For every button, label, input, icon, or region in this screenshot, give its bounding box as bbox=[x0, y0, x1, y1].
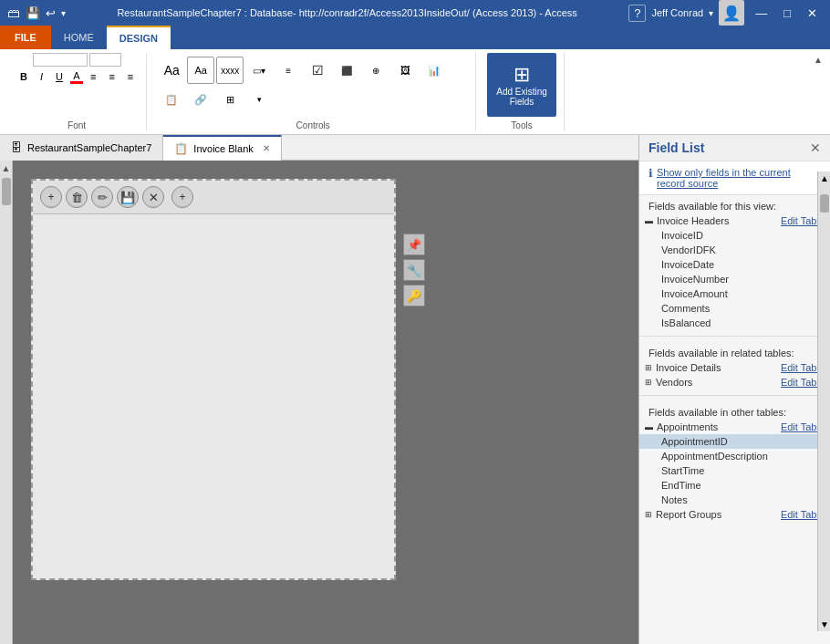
canvas-tool-1[interactable]: 📌 bbox=[403, 234, 425, 255]
align-left-button[interactable]: ≡ bbox=[85, 68, 101, 85]
image-control-btn[interactable]: 🖼 bbox=[391, 57, 419, 84]
tab-restaurant-sample[interactable]: 🗄 RestaurantSampleChapter7 bbox=[0, 135, 163, 161]
canvas-wrapper: ▲ ▼ + 🗑 ✏ 💾 ✕ + bbox=[0, 161, 638, 644]
controls-dropdown[interactable]: ▾ bbox=[245, 86, 273, 113]
title-bar-right: ? Jeff Conrad ▾ 👤 — □ ✕ bbox=[628, 0, 823, 26]
help-button[interactable]: ? bbox=[628, 5, 646, 22]
appointments-toggle: ▬ bbox=[645, 422, 653, 431]
field-invoiceid[interactable]: InvoiceID bbox=[639, 228, 830, 243]
textbox-control-btn[interactable]: Aa bbox=[187, 57, 214, 84]
xxxx-control-btn[interactable]: xxxx bbox=[216, 57, 244, 84]
close-button[interactable]: ✕ bbox=[802, 6, 823, 20]
right-scrollbar[interactable]: ▲ ▼ bbox=[817, 171, 830, 631]
align-center-button[interactable]: ≡ bbox=[103, 68, 119, 85]
list-control-btn[interactable]: ≡ bbox=[275, 57, 302, 84]
invoice-details-name: Invoice Details bbox=[656, 362, 777, 373]
invoice-headers-header[interactable]: ▬ Invoice Headers Edit Table bbox=[639, 213, 830, 228]
minimize-button[interactable]: — bbox=[750, 6, 773, 20]
ribbon-content: Calibri 11 B I U A ≡ ≡ ≡ Font bbox=[0, 49, 830, 134]
vendors-header[interactable]: ⊞ Vendors Edit Table bbox=[639, 375, 830, 390]
toggle-control-btn[interactable]: ⬛ bbox=[333, 57, 360, 84]
text-control-btn[interactable]: Aa bbox=[158, 57, 185, 84]
add-fields-label: Add Existing Fields bbox=[496, 87, 547, 107]
app-icon: 🗃 bbox=[7, 5, 20, 20]
combo-control-btn[interactable]: ▭▾ bbox=[245, 57, 273, 84]
report-groups-name: Report Groups bbox=[656, 509, 777, 520]
add-fields-icon: ⊞ bbox=[514, 63, 530, 87]
v-scroll-up[interactable]: ▲ bbox=[818, 171, 830, 185]
subform-control-btn[interactable]: 📋 bbox=[158, 86, 185, 113]
vendors-toggle: ⊞ bbox=[645, 378, 652, 387]
italic-button[interactable]: I bbox=[35, 68, 48, 85]
invoice-details-group: ⊞ Invoice Details Edit Table bbox=[639, 360, 830, 375]
align-right-button[interactable]: ≡ bbox=[122, 68, 139, 85]
report-groups-header[interactable]: ⊞ Report Groups Edit Table bbox=[639, 507, 830, 522]
hyperlink-control-btn[interactable]: 🔗 bbox=[187, 86, 214, 113]
chart-control-btn[interactable]: 📊 bbox=[420, 57, 448, 84]
field-notes[interactable]: Notes bbox=[639, 493, 830, 507]
field-list-link-icon: ℹ bbox=[648, 167, 653, 180]
section2-label: Fields available in related tables: bbox=[639, 342, 830, 360]
underline-button[interactable]: U bbox=[50, 68, 68, 85]
ribbon: FILE HOME DESIGN Calibri 11 B I U A bbox=[0, 26, 830, 135]
section3-label: Fields available in other tables: bbox=[639, 401, 830, 420]
quick-access-undo[interactable]: ↩ bbox=[46, 6, 56, 20]
appointments-name: Appointments bbox=[657, 421, 777, 432]
tab-invoice-blank-label: Invoice Blank bbox=[193, 143, 253, 154]
font-color-button[interactable]: A bbox=[70, 70, 83, 84]
field-list-link[interactable]: Show only fields in the current record s… bbox=[657, 167, 791, 189]
tab-db-icon: 🗄 bbox=[11, 141, 22, 154]
tab-form-icon: 📋 bbox=[174, 142, 188, 155]
field-invoiceamount[interactable]: InvoiceAmount bbox=[639, 286, 830, 301]
vendors-group: ⊞ Vendors Edit Table bbox=[639, 375, 830, 390]
tab-file[interactable]: FILE bbox=[0, 26, 51, 49]
add-existing-fields-button[interactable]: ⊞ Add Existing Fields bbox=[487, 53, 556, 117]
canvas-tool-2[interactable]: 🔧 bbox=[403, 259, 425, 281]
field-invoicenumber[interactable]: InvoiceNumber bbox=[639, 272, 830, 286]
v-scroll-down[interactable]: ▼ bbox=[818, 618, 830, 631]
more-controls-btn[interactable]: ⊞ bbox=[216, 86, 244, 113]
font-name-input[interactable]: Calibri bbox=[33, 53, 88, 67]
field-appointmentid[interactable]: AppointmentID bbox=[639, 434, 830, 449]
scroll-up-arrow[interactable]: ▲ bbox=[0, 161, 13, 176]
appointments-header[interactable]: ▬ Appointments Edit Table bbox=[639, 420, 830, 434]
user-avatar: 👤 bbox=[719, 0, 744, 26]
field-endtime[interactable]: EndTime bbox=[639, 478, 830, 493]
field-vendoridfk[interactable]: VendorIDFK bbox=[639, 243, 830, 257]
maximize-button[interactable]: □ bbox=[778, 6, 796, 20]
option-control-btn[interactable]: ⊕ bbox=[362, 57, 389, 84]
field-list-close-button[interactable]: ✕ bbox=[810, 140, 821, 155]
form-edit-button[interactable]: ✏ bbox=[91, 186, 113, 208]
field-comments[interactable]: Comments bbox=[639, 301, 830, 316]
invoice-headers-name: Invoice Headers bbox=[657, 215, 777, 226]
check-control-btn[interactable]: ☑ bbox=[304, 57, 331, 84]
form-extra-button[interactable]: + bbox=[171, 186, 193, 208]
form-delete-button[interactable]: 🗑 bbox=[66, 186, 88, 208]
bold-button[interactable]: B bbox=[15, 68, 33, 85]
window-title: RestaurantSampleChapter7 : Database- htt… bbox=[66, 7, 628, 18]
invoice-details-header[interactable]: ⊞ Invoice Details Edit Table bbox=[639, 360, 830, 375]
canvas-tool-3[interactable]: 🔑 bbox=[403, 285, 425, 306]
field-appointmentdescription[interactable]: AppointmentDescription bbox=[639, 449, 830, 463]
ribbon-group-controls: Aa Aa xxxx ▭▾ ≡ ☑ ⬛ ⊕ 🖼 📊 📋 🔗 ⊞ ▾ Contro… bbox=[150, 53, 476, 130]
controls-group-label: Controls bbox=[296, 120, 330, 130]
tab-design[interactable]: DESIGN bbox=[107, 26, 171, 49]
invoice-details-toggle: ⊞ bbox=[645, 363, 652, 372]
form-add-button[interactable]: + bbox=[40, 186, 62, 208]
field-isbalanced[interactable]: IsBalanced bbox=[639, 316, 830, 330]
controls-icons: Aa Aa xxxx ▭▾ ≡ ☑ ⬛ ⊕ 🖼 📊 📋 🔗 ⊞ ▾ bbox=[158, 57, 468, 113]
tab-invoice-blank[interactable]: 📋 Invoice Blank ✕ bbox=[163, 135, 281, 161]
tab-home[interactable]: HOME bbox=[51, 26, 107, 49]
left-scrollbar[interactable]: ▲ ▼ bbox=[0, 161, 13, 644]
divider-1 bbox=[639, 336, 830, 337]
font-size-input[interactable]: 11 bbox=[89, 53, 121, 67]
field-starttime[interactable]: StartTime bbox=[639, 463, 830, 478]
form-close-button[interactable]: ✕ bbox=[142, 186, 164, 208]
form-body bbox=[33, 214, 394, 561]
quick-access-save[interactable]: 💾 bbox=[26, 6, 40, 20]
field-invoicedate[interactable]: InvoiceDate bbox=[639, 257, 830, 272]
user-dropdown[interactable]: ▾ bbox=[709, 8, 713, 18]
form-save-button[interactable]: 💾 bbox=[117, 186, 139, 208]
ribbon-collapse-btn[interactable]: ▲ bbox=[814, 55, 823, 65]
tab-close-button[interactable]: ✕ bbox=[263, 143, 270, 153]
